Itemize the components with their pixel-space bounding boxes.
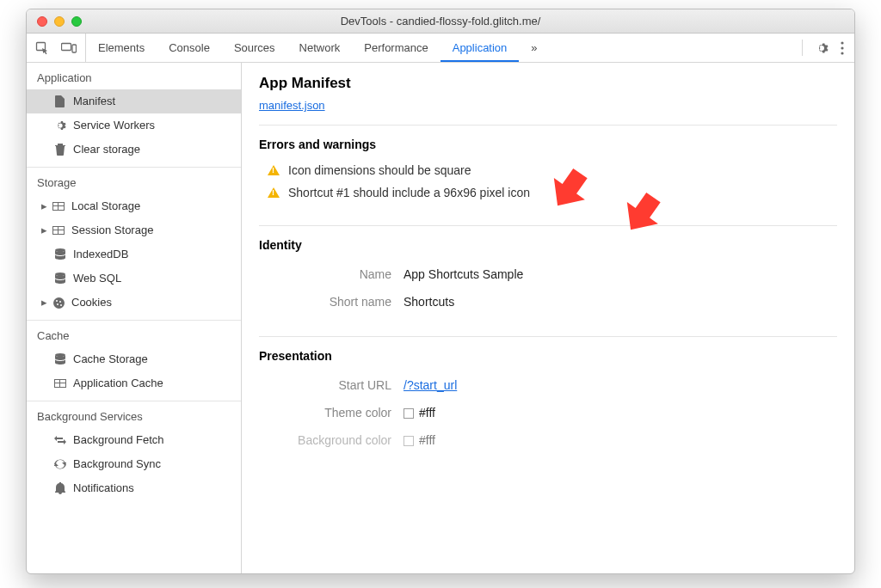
window-title: DevTools - candied-flossy-fold.glitch.me… [27, 15, 854, 28]
bell-icon [52, 482, 68, 494]
svg-point-22 [60, 304, 62, 306]
theme-color-value: #fff [419, 406, 435, 420]
tab-application[interactable]: Application [440, 34, 520, 62]
database-icon [52, 273, 68, 285]
svg-rect-2 [72, 45, 77, 52]
svg-rect-28 [60, 383, 65, 387]
kv-label: Name [259, 267, 404, 281]
sidebar-item-label: IndexedDB [73, 246, 128, 263]
sidebar-item-indexeddb[interactable]: IndexedDB [27, 242, 241, 266]
svg-rect-9 [53, 206, 58, 210]
sidebar-item-label: Background Fetch [73, 432, 164, 449]
section-identity: Identity Name App Shortcuts Sample Short… [259, 225, 837, 324]
color-swatch [404, 436, 414, 446]
sidebar-item-background-fetch[interactable]: Background Fetch [27, 428, 241, 452]
chevron-right-icon: ▸ [39, 294, 49, 311]
swap-icon [52, 434, 68, 446]
database-icon [52, 248, 68, 260]
sidebar-section-background: Background Services [27, 401, 241, 428]
tab-network[interactable]: Network [287, 34, 353, 62]
sidebar-item-label: Manifest [73, 93, 115, 110]
kv-value: #fff [404, 406, 435, 420]
panel-tabs: Elements Console Sources Network Perform… [86, 34, 550, 62]
kv-value: App Shortcuts Sample [404, 267, 523, 281]
chevron-right-icon: ▸ [39, 198, 49, 215]
toolbar-divider [802, 40, 803, 57]
section-head-errors: Errors and warnings [259, 138, 837, 151]
sidebar-item-label: Session Storage [71, 222, 153, 239]
svg-rect-12 [53, 227, 58, 230]
warning-icon [268, 165, 280, 175]
gear-icon[interactable] [815, 41, 829, 55]
svg-rect-8 [59, 203, 64, 205]
file-icon [52, 95, 68, 107]
sidebar-item-cache-storage[interactable]: Cache Storage [27, 347, 241, 371]
start-url-link[interactable]: /?start_url [404, 378, 457, 392]
section-head-identity: Identity [259, 238, 837, 252]
kebab-menu-icon[interactable] [841, 41, 844, 55]
sidebar-item-session-storage[interactable]: ▸ Session Storage [27, 218, 241, 242]
warning-text: Icon dimensions should be square [288, 163, 471, 177]
identity-name-row: Name App Shortcuts Sample [259, 260, 837, 288]
sidebar-item-clear-storage[interactable]: Clear storage [27, 138, 241, 162]
svg-point-23 [55, 353, 65, 357]
kv-label: Short name [259, 295, 404, 309]
svg-rect-26 [60, 380, 65, 383]
sidebar-item-application-cache[interactable]: Application Cache [27, 371, 241, 395]
background-color-row: Background color #fff [259, 426, 837, 454]
sidebar-item-label: Notifications [73, 480, 134, 497]
kv-value: Shortcuts [404, 295, 454, 309]
svg-rect-25 [55, 380, 59, 383]
device-toggle-icon[interactable] [61, 42, 77, 54]
sync-icon [52, 458, 68, 470]
titlebar: DevTools - candied-flossy-fold.glitch.me… [27, 9, 854, 34]
sidebar-item-local-storage[interactable]: ▸ Local Storage [27, 194, 241, 218]
sidebar-item-label: Clear storage [73, 141, 140, 158]
panel-body: Application Manifest Service Workers Cle… [27, 63, 854, 573]
manifest-link[interactable]: manifest.json [259, 99, 325, 112]
sidebar-item-label: Web SQL [73, 270, 121, 287]
kv-value: #fff [404, 433, 435, 447]
kv-label: Theme color [259, 406, 404, 420]
svg-point-3 [841, 41, 843, 44]
inspect-icon[interactable] [35, 41, 49, 55]
svg-point-17 [55, 273, 65, 276]
table-icon [52, 379, 68, 388]
sidebar-item-label: Background Sync [73, 456, 161, 473]
svg-rect-7 [53, 203, 58, 205]
section-head-presentation: Presentation [259, 349, 837, 363]
svg-rect-27 [55, 383, 59, 387]
sidebar-item-manifest[interactable]: Manifest [27, 89, 241, 113]
sidebar-item-notifications[interactable]: Notifications [27, 476, 241, 500]
identity-shortname-row: Short name Shortcuts [259, 288, 837, 315]
tab-console[interactable]: Console [157, 34, 222, 62]
chevron-right-icon: ▸ [39, 222, 49, 239]
sidebar-item-service-workers[interactable]: Service Workers [27, 113, 241, 138]
background-color-value: #fff [419, 433, 435, 447]
start-url-row: Start URL /?start_url [259, 371, 837, 399]
sidebar-section-application: Application [27, 63, 241, 89]
more-tabs-button[interactable]: » [519, 34, 549, 62]
kv-label: Start URL [259, 378, 404, 392]
svg-point-19 [56, 300, 58, 302]
sidebar-section-cache: Cache [27, 321, 241, 347]
sidebar-item-label: Cookies [71, 294, 112, 311]
sidebar-item-websql[interactable]: Web SQL [27, 266, 241, 291]
trash-icon [52, 144, 68, 156]
svg-rect-13 [59, 227, 64, 230]
kv-label: Background color [259, 433, 404, 447]
table-icon [51, 226, 66, 235]
svg-rect-15 [59, 230, 64, 234]
tab-performance[interactable]: Performance [352, 34, 440, 62]
warning-icon [268, 187, 280, 198]
sidebar-item-cookies[interactable]: ▸ Cookies [27, 291, 241, 315]
svg-rect-10 [59, 206, 64, 210]
database-icon [52, 353, 68, 365]
sidebar-item-background-sync[interactable]: Background Sync [27, 452, 241, 476]
tab-sources[interactable]: Sources [222, 34, 287, 62]
devtools-toolbar: Elements Console Sources Network Perform… [27, 34, 854, 63]
annotation-arrow [546, 163, 595, 211]
svg-point-20 [59, 301, 61, 303]
tab-elements[interactable]: Elements [86, 34, 157, 62]
svg-point-4 [841, 46, 843, 49]
